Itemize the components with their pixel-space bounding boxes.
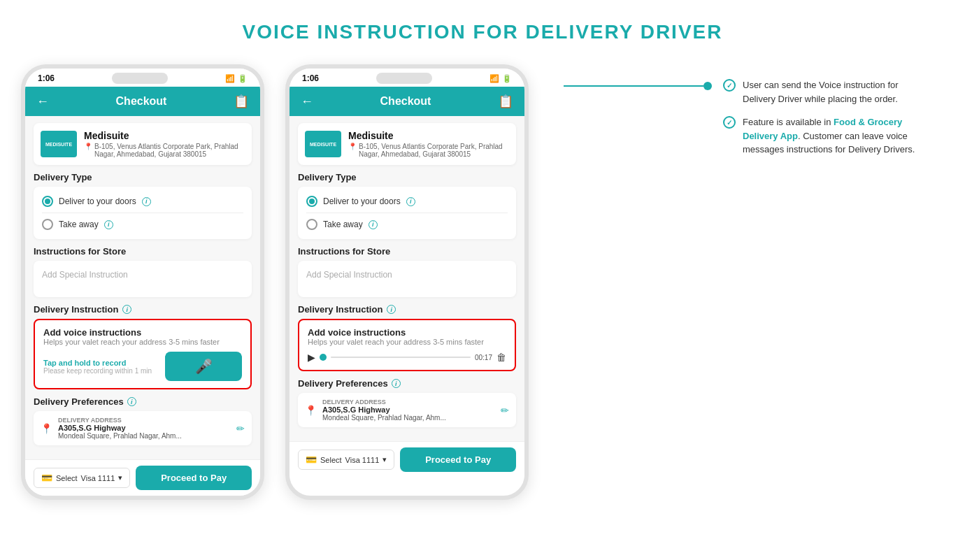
clipboard-icon-left[interactable]: 📋 <box>234 94 249 109</box>
delivery-instr-header-right: Delivery Instruction i <box>298 304 516 315</box>
status-icons-left: 📶 🔋 <box>225 74 248 83</box>
voice-subtitle-right: Helps your valet reach your address 3-5 … <box>308 338 506 346</box>
store-addr-left: 📍 B-105, Venus Atlantis Corporate Park, … <box>84 143 245 158</box>
back-icon-left[interactable]: ← <box>36 94 49 109</box>
bullet-text-2: Feature is available in Food & Grocery D… <box>743 115 923 157</box>
radio-filled-left <box>42 196 53 207</box>
back-icon-right[interactable]: ← <box>301 94 313 109</box>
delivery-type-label-right: Delivery Type <box>298 172 516 182</box>
phone-body-left: MEDISUITE Medisuite 📍 B-105, Venus Atlan… <box>25 116 260 459</box>
takeaway-label-right: Take away <box>323 220 363 229</box>
address-info-right: DELIVERY ADDRESS A305,S.G Highway Mondea… <box>322 399 446 422</box>
connector-area: User can send the Voice instruction for … <box>564 78 923 157</box>
deliver-doors-label-left: Deliver to your doors <box>59 196 136 206</box>
audio-player-row-right: ▶ 00:17 🗑 <box>308 352 506 363</box>
bullet2-prefix: Feature is available in <box>743 117 834 127</box>
addr-label-left: DELIVERY ADDRESS <box>58 417 182 424</box>
wifi-icon-right: 📶 <box>489 74 499 83</box>
info-bullets: User can send the Voice instruction for … <box>712 78 923 157</box>
takeaway-row-right[interactable]: Take away i <box>306 215 508 234</box>
edit-icon-left[interactable]: ✏ <box>236 423 245 434</box>
delivery-prefs-label-left: Delivery Preferences i <box>34 396 252 407</box>
instructions-placeholder-left: Add Special Instruction <box>42 270 128 280</box>
instructions-placeholder-right: Add Special Instruction <box>306 270 392 280</box>
notch-area-right: 1:06 📶 🔋 <box>290 69 524 87</box>
location-icon-left: 📍 <box>41 423 52 434</box>
deliver-doors-row-left[interactable]: Deliver to your doors i <box>42 192 243 210</box>
radio-filled-right <box>306 196 317 207</box>
time-right: 1:06 <box>302 73 319 83</box>
store-name-right: Medisuite <box>348 130 509 141</box>
chevron-down-left: ▾ <box>118 473 122 482</box>
audio-dot-right <box>320 354 327 361</box>
addr-main-left: A305,S.G Highway <box>58 424 182 432</box>
addr-label-right: DELIVERY ADDRESS <box>322 399 446 405</box>
address-card-left: 📍 DELIVERY ADDRESS A305,S.G Highway Mond… <box>34 411 252 445</box>
page-title: VOICE INSTRUCTION FOR DELIVERY DRIVER <box>243 21 723 43</box>
takeaway-label-left: Take away <box>59 220 99 229</box>
connector-dot <box>703 82 712 90</box>
header-title-left: Checkout <box>116 95 167 108</box>
deliver-doors-row-right[interactable]: Deliver to your doors i <box>306 192 508 210</box>
header-right: ← Checkout 📋 <box>290 87 524 116</box>
info-icon-delivery-right[interactable]: i <box>387 305 396 314</box>
store-info-left: Medisuite 📍 B-105, Venus Atlantis Corpor… <box>84 130 245 158</box>
play-button-right[interactable]: ▶ <box>308 352 315 363</box>
battery-icon-left: 🔋 <box>238 74 248 83</box>
takeaway-row-left[interactable]: Take away i <box>42 215 243 234</box>
clipboard-icon-right[interactable]: 📋 <box>498 94 513 109</box>
card-icon-right: 💳 <box>306 454 317 465</box>
mic-button-left[interactable]: 🎤 <box>165 352 242 381</box>
header-left: ← Checkout 📋 <box>25 87 260 116</box>
info-icon-takeaway-left[interactable]: i <box>104 220 113 229</box>
instructions-box-right[interactable]: Add Special Instruction <box>298 261 516 297</box>
info-bullet-1: User can send the Voice instruction for … <box>723 78 923 106</box>
instructions-label-right: Instructions for Store <box>298 246 516 257</box>
info-panel: User can send the Voice instruction for … <box>543 64 944 182</box>
status-icons-right: 📶 🔋 <box>489 74 512 83</box>
audio-progress-right[interactable] <box>331 357 471 358</box>
bullet-text-1: User can send the Voice instruction for … <box>743 78 923 106</box>
card-select-right[interactable]: 💳 Select Visa 1111 ▾ <box>298 450 394 470</box>
chevron-down-right: ▾ <box>383 455 387 464</box>
delivery-instr-label-right: Delivery Instruction <box>298 304 383 315</box>
card-select-left[interactable]: 💳 Select Visa 1111 ▾ <box>34 468 130 488</box>
store-card-left: MEDISUITE Medisuite 📍 B-105, Venus Atlan… <box>34 123 252 165</box>
trash-icon-right[interactable]: 🗑 <box>496 352 506 363</box>
info-icon-deliver-left[interactable]: i <box>142 197 151 206</box>
info-icon-takeaway-right[interactable]: i <box>369 220 378 229</box>
check-icon-1 <box>723 79 736 92</box>
main-content: 1:06 📶 🔋 ← Checkout 📋 MEDISUITE <box>0 64 965 500</box>
delivery-instr-label-left: Delivery Instruction <box>34 304 118 315</box>
addr-sub-left: Mondeal Square, Prahlad Nagar, Ahm... <box>58 432 182 440</box>
voice-title-left: Add voice instructions <box>43 327 242 338</box>
info-icon-deliver-right[interactable]: i <box>406 197 415 206</box>
store-logo-text-right: MEDISUITE <box>310 142 336 147</box>
proceed-button-left[interactable]: Proceed to Pay <box>136 466 252 490</box>
info-icon-delivery-left[interactable]: i <box>122 305 131 314</box>
store-logo-left: MEDISUITE <box>41 131 77 157</box>
address-card-right: 📍 DELIVERY ADDRESS A305,S.G Highway Mond… <box>298 393 516 427</box>
edit-icon-right[interactable]: ✏ <box>501 405 509 416</box>
phone-left: 1:06 📶 🔋 ← Checkout 📋 MEDISUITE <box>21 64 264 500</box>
phone-bottom-right: 💳 Select Visa 1111 ▾ Proceed to Pay <box>290 441 524 478</box>
instructions-box-left[interactable]: Add Special Instruction <box>34 261 252 297</box>
proceed-button-right[interactable]: Proceed to Pay <box>400 447 516 472</box>
info-icon-prefs-right[interactable]: i <box>392 379 401 388</box>
store-card-right: MEDISUITE Medisuite 📍 B-105, Venus Atlan… <box>298 123 516 165</box>
notch-right <box>376 73 432 84</box>
delivery-type-box-right: Deliver to your doors i Take away i <box>298 187 516 239</box>
phones-section: 1:06 📶 🔋 ← Checkout 📋 MEDISUITE <box>21 64 529 500</box>
time-left: 1:06 <box>38 73 55 83</box>
address-info-left: DELIVERY ADDRESS A305,S.G Highway Mondea… <box>58 417 182 440</box>
wifi-icon-left: 📶 <box>225 74 235 83</box>
check-icon-2 <box>723 116 736 129</box>
info-icon-prefs-left[interactable]: i <box>127 397 136 406</box>
store-addr-right: 📍 B-105, Venus Atlantis Corporate Park, … <box>348 143 509 158</box>
instructions-label-left: Instructions for Store <box>34 246 252 257</box>
pin-icon-right: 📍 <box>348 143 357 150</box>
mic-icon-left: 🎤 <box>195 358 213 375</box>
pin-icon-left: 📍 <box>84 143 92 150</box>
tap-hold-area-left: Tap and hold to record Please keep recor… <box>43 359 152 375</box>
voice-title-right: Add voice instructions <box>308 327 506 338</box>
